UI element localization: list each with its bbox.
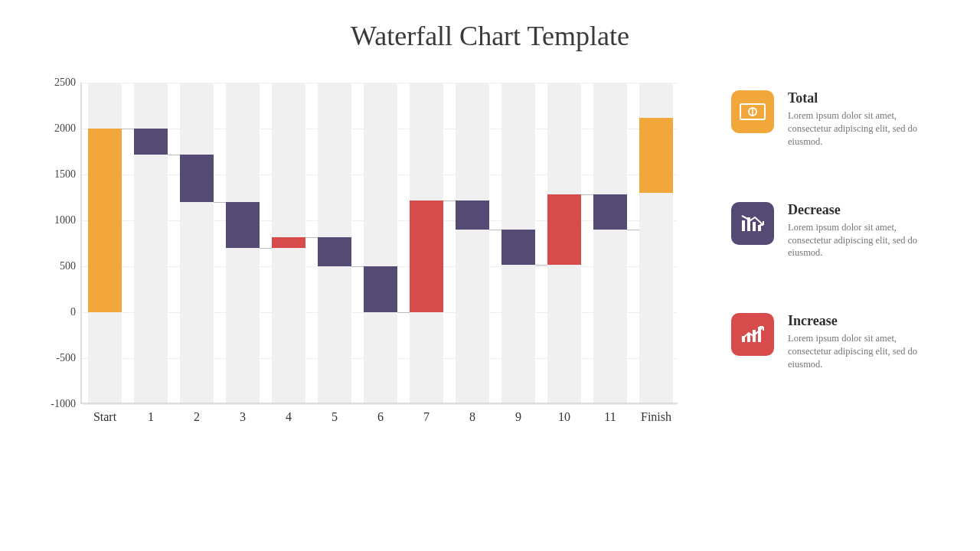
- bar-slot: [593, 83, 626, 403]
- connector-line: [260, 248, 273, 249]
- waterfall-bar: [593, 194, 626, 230]
- y-tick-label: 2500: [54, 77, 82, 89]
- svg-rect-5: [753, 222, 756, 231]
- waterfall-bar: [456, 201, 488, 230]
- waterfall-chart: -1000-50005001000150020002500Start123456…: [38, 83, 689, 450]
- x-tick-label: 9: [515, 403, 521, 424]
- x-tick-label: 3: [240, 403, 246, 424]
- x-tick-label: 4: [286, 403, 292, 424]
- bar-slot: [456, 83, 488, 403]
- chart-up-icon: [731, 313, 774, 356]
- y-tick-label: 1500: [54, 168, 82, 181]
- legend-title: Decrease: [788, 202, 942, 218]
- waterfall-bar: [501, 230, 534, 265]
- x-tick-label: 10: [558, 403, 570, 424]
- connector-line: [535, 265, 548, 266]
- waterfall-bar: [318, 237, 351, 266]
- money-icon: [731, 90, 774, 133]
- x-tick-label: Start: [93, 403, 116, 424]
- connector-line: [168, 155, 181, 155]
- connector-line: [397, 312, 410, 313]
- y-tick-label: 500: [60, 260, 82, 272]
- page-title: Waterfall Chart Template: [0, 0, 980, 52]
- y-tick-label: 0: [70, 306, 82, 318]
- bar-slot: [318, 83, 351, 403]
- x-tick-label: 1: [148, 403, 154, 424]
- x-tick-label: Finish: [641, 403, 671, 424]
- bar-slot: [501, 83, 534, 403]
- x-tick-label: 2: [194, 403, 200, 424]
- connector-line: [627, 230, 640, 230]
- legend-desc: Lorem ipsum dolor sit amet, consectetur …: [788, 221, 942, 260]
- bar-slot: [180, 83, 213, 403]
- legend-desc: Lorem ipsum dolor sit amet, consectetur …: [788, 332, 942, 371]
- bar-slot: [364, 83, 397, 403]
- y-tick-label: 1000: [54, 214, 82, 227]
- connector-line: [122, 129, 135, 129]
- connector-line: [489, 230, 502, 230]
- waterfall-bar: [180, 155, 213, 202]
- legend-item-total: Total Lorem ipsum dolor sit amet, consec…: [731, 90, 942, 148]
- y-tick-label: 2000: [54, 122, 82, 135]
- legend: Total Lorem ipsum dolor sit amet, consec…: [731, 90, 942, 450]
- svg-rect-6: [758, 225, 761, 231]
- waterfall-bar: [226, 202, 259, 248]
- x-tick-label: 8: [469, 403, 475, 424]
- waterfall-bar: [547, 194, 580, 264]
- svg-rect-3: [742, 220, 745, 231]
- waterfall-bar: [272, 237, 305, 248]
- waterfall-bar: [639, 118, 672, 193]
- connector-line: [443, 201, 456, 201]
- legend-title: Increase: [788, 313, 942, 329]
- waterfall-bar: [364, 266, 397, 312]
- bar-slot: [88, 83, 121, 403]
- waterfall-bar: [88, 129, 121, 312]
- connector-line: [214, 202, 227, 203]
- legend-item-decrease: Decrease Lorem ipsum dolor sit amet, con…: [731, 202, 942, 260]
- y-tick-label: -1000: [51, 398, 82, 410]
- chart-down-icon: [731, 202, 774, 245]
- bar-slot: [639, 83, 672, 403]
- x-tick-label: 6: [377, 403, 384, 424]
- bar-slot: [547, 83, 580, 403]
- connector-line: [305, 237, 318, 238]
- waterfall-bar: [410, 201, 443, 312]
- bar-slot: [134, 83, 167, 403]
- bar-slot: [226, 83, 259, 403]
- waterfall-bar: [134, 129, 167, 155]
- x-tick-label: 5: [332, 403, 338, 424]
- y-tick-label: -500: [56, 352, 82, 364]
- legend-desc: Lorem ipsum dolor sit amet, consectetur …: [788, 109, 942, 148]
- x-tick-label: 7: [423, 403, 430, 424]
- connector-line: [581, 194, 594, 195]
- connector-line: [351, 266, 364, 267]
- bar-slot: [410, 83, 443, 403]
- legend-title: Total: [788, 90, 942, 106]
- legend-item-increase: Increase Lorem ipsum dolor sit amet, con…: [731, 313, 942, 371]
- bar-slot: [272, 83, 305, 403]
- x-tick-label: 11: [604, 403, 616, 424]
